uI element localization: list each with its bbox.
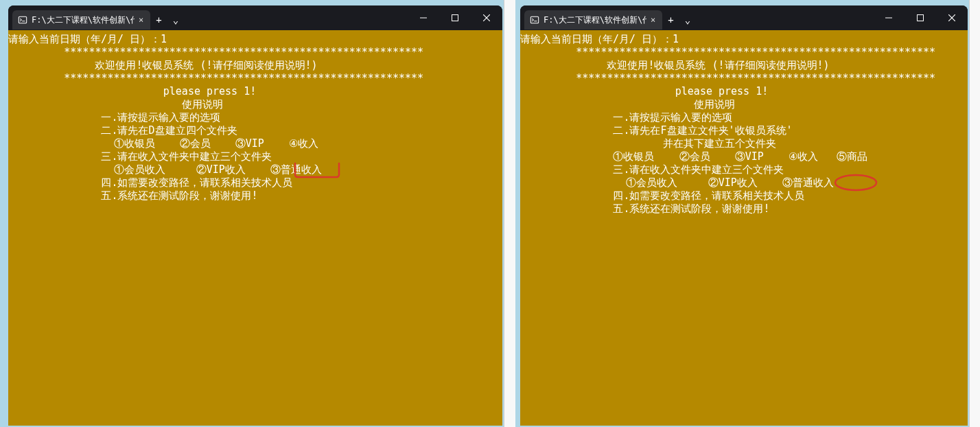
tab-close-button[interactable]: × [139, 16, 143, 24]
terminal-window-left: F:\大二下课程\软件创新\代码\ × + ⌄ 请输入当前日期（年/月/ 日）：… [8, 5, 502, 426]
close-window-button[interactable] [471, 5, 502, 30]
svg-rect-0 [19, 16, 26, 23]
console-output: 请输入当前日期（年/月/ 日）：1 **********************… [520, 30, 968, 426]
bg-divider-right [969, 0, 980, 427]
terminal-icon [530, 15, 539, 25]
svg-rect-7 [918, 15, 924, 21]
minimize-button[interactable] [408, 5, 439, 30]
tab-dropdown-button[interactable]: ⌄ [679, 10, 696, 30]
tab-title: F:\大二下课程\软件创新\代码\ [32, 14, 135, 26]
titlebar[interactable]: F:\大二下课程\软件创新\代码\ × + ⌄ [8, 5, 502, 30]
svg-rect-5 [530, 16, 538, 23]
new-tab-button[interactable]: + [662, 10, 679, 30]
maximize-button[interactable] [905, 5, 936, 30]
svg-rect-2 [452, 15, 458, 21]
terminal-window-right: F:\大二下课程\软件创新\代码\ × + ⌄ 请输入当前日期（年/月/ 日）：… [520, 5, 968, 426]
minimize-button[interactable] [873, 5, 905, 30]
tab-dropdown-button[interactable]: ⌄ [167, 10, 184, 30]
tab-active[interactable]: F:\大二下课程\软件创新\代码\ × [12, 10, 150, 30]
new-tab-button[interactable]: + [150, 10, 167, 30]
console-text: 请输入当前日期（年/月/ 日）：1 **********************… [520, 33, 968, 216]
tab-active[interactable]: F:\大二下课程\软件创新\代码\ × [524, 10, 662, 30]
close-window-button[interactable] [936, 5, 968, 30]
tab-title: F:\大二下课程\软件创新\代码\ [544, 14, 646, 26]
tab-strip: F:\大二下课程\软件创新\代码\ × + ⌄ [524, 5, 696, 30]
window-controls [408, 5, 502, 30]
tab-strip: F:\大二下课程\软件创新\代码\ × + ⌄ [12, 5, 184, 30]
titlebar[interactable]: F:\大二下课程\软件创新\代码\ × + ⌄ [520, 5, 968, 30]
tab-close-button[interactable]: × [651, 16, 655, 24]
desktop: F:\大二下课程\软件创新\代码\ × + ⌄ 请输入当前日期（年/月/ 日）：… [0, 0, 980, 427]
bg-divider [504, 0, 515, 427]
console-text: 请输入当前日期（年/月/ 日）：1 **********************… [8, 33, 502, 203]
terminal-icon [18, 15, 27, 25]
window-controls [873, 5, 968, 30]
console-output: 请输入当前日期（年/月/ 日）：1 **********************… [8, 30, 502, 426]
maximize-button[interactable] [439, 5, 471, 30]
